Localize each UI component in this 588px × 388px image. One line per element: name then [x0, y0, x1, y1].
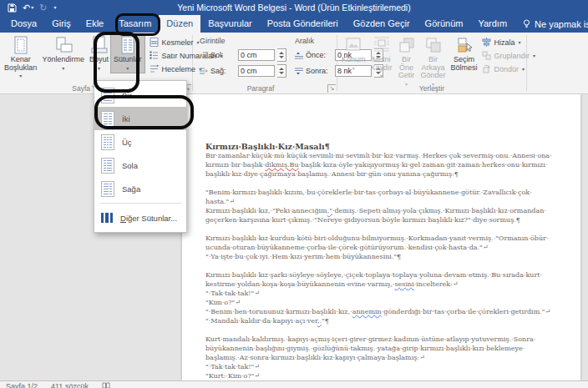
indent-block: Girintile Sol: 0 cm Sağ: 0 cm — [200, 37, 286, 78]
status-bar: Sayfa 1/2 411 sözcük — [0, 380, 588, 388]
redo-icon[interactable]: ↻ — [39, 3, 47, 13]
proofing-status-icon[interactable] — [102, 382, 110, 388]
tab-ekle[interactable]: Ekle — [79, 15, 111, 33]
tab-görünüm[interactable]: Görünüm — [418, 15, 471, 33]
document-paragraph: Kırmızı·​başlıklı·​kız·​kurdun·​kötü·​bi… — [205, 234, 555, 261]
columns-button[interactable]: Sütunlar ▾ — [111, 34, 144, 73]
dropdown-caret-icon: ▾ — [519, 39, 521, 45]
tell-me-box[interactable]: Ne yapmak istediğinizi söyleyin — [514, 15, 588, 33]
tab-yardım[interactable]: Yardım — [470, 15, 514, 33]
columns-option-right[interactable]: Sağa — [94, 177, 186, 200]
columns-option-one[interactable]: Bir — [94, 83, 186, 107]
columns-more-icon — [101, 213, 113, 223]
bring-forward-button[interactable]: Bir Öne Getir ▾ — [395, 34, 418, 88]
undo-caret-icon[interactable]: ▾ — [31, 3, 33, 13]
columns-one-icon — [101, 88, 114, 103]
columns-option-two[interactable]: İki — [94, 107, 186, 130]
margins-button[interactable]: Kenar Boşlukları ▾ — [2, 34, 40, 81]
group-paragraph: Girintile Sol: 0 cm Sağ: 0 cm — [193, 33, 337, 93]
align-button[interactable]: Hizala ▾ — [482, 38, 536, 47]
spellcheck-blue-squiggle: annemin — [352, 308, 382, 315]
tab-posta-gönderileri[interactable]: Posta Gönderileri — [260, 15, 346, 33]
text-run: "¶ — [322, 317, 329, 325]
document-paragraph: Kurt·​mandalı·​kaldırmış.·​kapıyı·​açmış… — [205, 335, 555, 380]
document-paragraph: "Benim·​kırmızı·​başlıklı·​kızım,·​bu·​ç… — [205, 188, 555, 224]
selection-pane-icon — [455, 36, 474, 54]
position-button[interactable]: Konum ▾ — [339, 34, 368, 73]
group-arrange: Konum ▾ Metni Kaydır ▾ Bir Öne Getir ▾ B… — [337, 33, 526, 93]
status-page-count[interactable]: Sayfa 1/2 — [6, 382, 38, 388]
size-button[interactable]: Boyut ▾ — [87, 34, 111, 73]
indent-left-label: Sol: — [210, 51, 236, 59]
tab-tasarım[interactable]: Tasarım — [111, 15, 159, 33]
selection-pane-label: Seçim Bölmesi — [451, 56, 478, 72]
indent-right-label: Sağ: — [210, 67, 236, 75]
margins-label: Kenar Boşlukları — [4, 56, 38, 72]
align-icon — [482, 38, 491, 47]
size-icon — [90, 36, 109, 54]
columns-icon — [119, 36, 137, 54]
spellcheck-red-squiggle: dikmiş.Bu — [265, 161, 298, 169]
columns-right-icon — [101, 181, 114, 197]
menu-separator — [99, 203, 181, 204]
document-heading: Kırmızı·Başlıklı·Kız·Masalı¶ — [205, 142, 555, 151]
breaks-icon — [150, 38, 159, 47]
wrap-text-button[interactable]: Metni Kaydır ▾ — [368, 34, 395, 81]
indent-left-input[interactable]: 0 cm — [238, 49, 275, 61]
group-icon — [482, 51, 491, 60]
columns-option-three[interactable]: Üç — [94, 130, 186, 154]
tab-başvurular[interactable]: Başvurular — [200, 15, 260, 33]
dropdown-caret-icon: ▾ — [380, 73, 383, 81]
tell-me-label: Ne yapmak istediğinizi söyleyin — [535, 19, 588, 29]
spacing-before-icon — [295, 52, 303, 59]
spacing-after-label: Sonra: — [306, 67, 332, 75]
qat-customize-icon[interactable]: ▾ — [53, 3, 56, 13]
orientation-label: Yönlendirme — [43, 56, 85, 64]
tab-düzen[interactable]: Düzen — [159, 15, 200, 33]
document-paragraph: Bir·​zamanlar·​küçük·​mü·​küçük·​sevimli… — [205, 151, 555, 179]
rotate-button[interactable]: Döndür ▾ — [482, 64, 536, 73]
indent-right-icon — [200, 68, 208, 75]
undo-icon[interactable]: ↶▾ — [23, 3, 33, 13]
paragraph-dialog-launcher[interactable]: ↘ — [327, 84, 336, 93]
dropdown-caret-icon: ▾ — [533, 53, 535, 58]
quick-access-toolbar: ↶▾ ↻ ▾ — [0, 3, 56, 13]
title-bar: Yeni Microsoft Word Belgesi - Word (Ürün… — [0, 0, 588, 15]
size-label: Boyut — [89, 56, 109, 64]
columns-option-more[interactable]: Diğer Sütunlar... — [94, 206, 186, 229]
document-page[interactable]: Kırmızı·Başlıklı·Kız·Masalı¶ Bir·​zamanl… — [182, 94, 580, 380]
tab-gözden-geçir[interactable]: Gözden Geçir — [346, 15, 418, 33]
status-word-count[interactable]: 411 sözcük — [51, 382, 89, 388]
dropdown-caret-icon: ▾ — [126, 65, 129, 73]
tab-dosya[interactable]: Dosya — [3, 15, 44, 33]
position-icon — [344, 36, 362, 54]
indent-right-stepper[interactable] — [277, 64, 286, 78]
tab-giriş[interactable]: Giriş — [44, 15, 79, 33]
dropdown-caret-icon: ▾ — [62, 65, 64, 73]
align-label: Hizala — [494, 38, 515, 47]
rotate-icon — [482, 64, 491, 73]
text-run: Kurt·​mandalı·​kaldırmış.·​kapıyı·​açmış… — [205, 335, 535, 380]
indent-left-icon — [200, 52, 208, 59]
word-window: Yeni Microsoft Word Belgesi - Word (Ürün… — [0, 0, 588, 388]
send-backward-button[interactable]: Bir Arkaya Gönder ▾ — [418, 34, 449, 88]
indent-left-stepper[interactable] — [277, 48, 286, 62]
dropdown-caret-icon: ▾ — [522, 66, 525, 72]
window-title: Yeni Microsoft Word Belgesi - Word (Ürün… — [0, 0, 588, 15]
columns-option-left[interactable]: Sola — [94, 154, 186, 177]
document-content: Kırmızı·Başlıklı·Kız·Masalı¶ Bir·​zamanl… — [205, 142, 555, 380]
orientation-button[interactable]: Yönlendirme ▾ — [40, 34, 88, 73]
columns-dropdown-menu: BirİkiÜçSolaSağaDiğer Sütunlar... — [94, 80, 187, 233]
group-label: Gruplandır — [494, 52, 530, 60]
ribbon-tab-strip: DosyaGirişEkleTasarımDüzenBaşvurularPost… — [0, 15, 588, 33]
rotate-label: Döndür — [494, 65, 520, 73]
save-icon[interactable] — [8, 3, 17, 13]
breaks-label: Kesmeler — [162, 38, 194, 47]
orientation-icon — [54, 36, 73, 54]
spacing-before-label: Önce: — [306, 51, 332, 59]
indent-heading: Girintile — [200, 37, 286, 45]
dropdown-caret-icon: ▾ — [98, 65, 100, 73]
indent-right-input[interactable]: 0 cm — [238, 65, 275, 77]
group-button[interactable]: Gruplandır ▾ — [482, 51, 536, 60]
selection-pane-button[interactable]: Seçim Bölmesi — [449, 34, 480, 72]
